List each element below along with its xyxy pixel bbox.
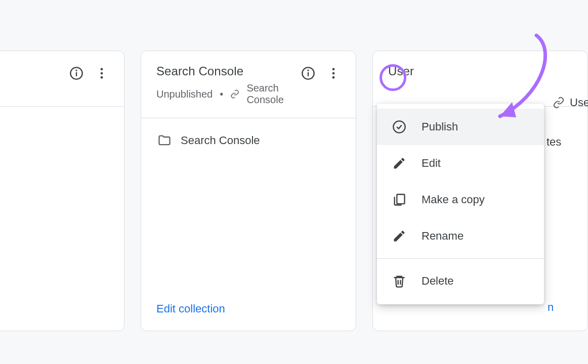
partial-link-right: n (548, 301, 554, 314)
edit-collection-link[interactable]: Edit collection (156, 302, 225, 315)
separator-dot: • (220, 88, 223, 100)
svg-point-9 (332, 68, 335, 71)
source-text: Search Console (246, 82, 301, 106)
dropdown-item-publish[interactable]: Publish (377, 109, 544, 145)
dropdown-item-delete[interactable]: Delete (377, 263, 544, 299)
dropdown-label: Edit (422, 157, 441, 170)
folder-row[interactable]: Search Console (157, 133, 340, 148)
svg-point-12 (393, 121, 405, 132)
card-subtitle: Unpublished • Search Console (156, 82, 301, 106)
dropdown-label: Publish (422, 120, 458, 133)
link-icon (230, 88, 239, 100)
card-title: Search Console (156, 64, 301, 78)
card-header: Search Console Unpublished • Search Cons… (141, 51, 356, 118)
trash-icon (392, 274, 406, 288)
folder-label: Search Console (181, 134, 260, 147)
more-options-button[interactable] (95, 66, 109, 80)
svg-point-3 (101, 68, 103, 71)
collection-card-search-console: Search Console Unpublished • Search Cons… (141, 51, 356, 331)
partial-source-right: User (553, 96, 588, 109)
dropdown-item-copy[interactable]: Make a copy (377, 181, 544, 218)
status-text: Unpublished (156, 88, 213, 100)
more-vert-icon (95, 66, 109, 80)
check-circle-icon (392, 120, 406, 134)
dropdown-item-edit[interactable]: Edit (377, 145, 544, 181)
card-body (0, 107, 124, 331)
info-button[interactable] (69, 66, 83, 80)
dropdown-label: Make a copy (422, 193, 485, 206)
copy-icon (392, 193, 406, 207)
more-options-button[interactable] (326, 66, 341, 80)
svg-point-5 (101, 76, 103, 79)
svg-rect-13 (397, 195, 404, 204)
svg-point-10 (332, 72, 335, 75)
card-title: User (388, 64, 572, 78)
card-subtitle (388, 82, 572, 94)
card-header: cle (0, 51, 124, 107)
pencil-icon (392, 229, 406, 243)
card-title (0, 64, 69, 78)
more-vert-icon (326, 66, 341, 80)
svg-point-2 (76, 70, 76, 71)
folder-icon (157, 133, 172, 148)
pencil-icon (392, 156, 406, 170)
card-footer: Edit collection (141, 290, 356, 331)
dropdown-label: Rename (422, 230, 464, 243)
partial-body-right: tes (547, 135, 561, 149)
dropdown-divider (377, 258, 544, 259)
dropdown-item-rename[interactable]: Rename (377, 218, 544, 254)
info-button[interactable] (301, 66, 315, 80)
svg-point-4 (101, 72, 103, 75)
svg-point-8 (308, 70, 308, 71)
info-icon (301, 66, 315, 80)
card-body: Search Console (141, 118, 356, 290)
dropdown-label: Delete (422, 275, 454, 288)
card-subtitle: cle (0, 82, 69, 94)
svg-point-11 (332, 76, 335, 79)
info-icon (69, 66, 83, 80)
link-icon (553, 97, 565, 109)
options-dropdown: Publish Edit Make a copy Rename Delete (377, 104, 544, 304)
collection-card-partial-left: cle (0, 51, 124, 331)
